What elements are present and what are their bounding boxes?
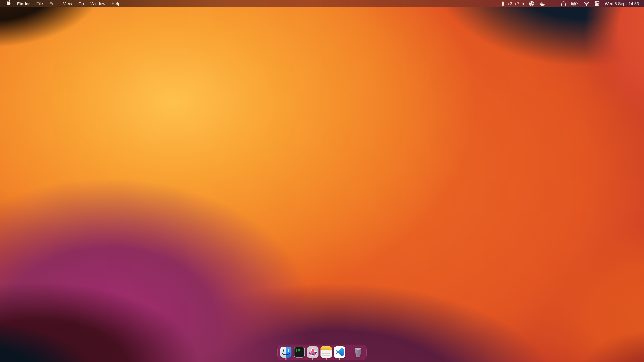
headphones-icon (561, 1, 566, 6)
status-wifi[interactable] (584, 0, 589, 7)
running-indicator (339, 358, 340, 360)
apple-logo-icon (6, 0, 11, 7)
menu-bar-status-area: in 3 h 7 m (502, 0, 639, 7)
status-focus-mode[interactable] (550, 0, 556, 7)
power-circle-icon (529, 1, 534, 6)
vscode-icon (334, 347, 345, 358)
clock-date: Wed 6 Sep (605, 0, 626, 7)
menu-app-name[interactable]: Finder (14, 0, 33, 7)
status-control-center[interactable] (594, 0, 600, 7)
dock-item-finder[interactable] (280, 347, 292, 358)
battery-charging-icon (571, 2, 578, 6)
clock-time: 14:53 (628, 0, 639, 7)
dock-item-arc[interactable] (307, 347, 318, 358)
notes-icon (320, 347, 332, 358)
desktop: Finder File Edit View Go Window Help in … (0, 0, 644, 362)
apple-menu[interactable] (5, 0, 14, 7)
status-headphones[interactable] (561, 0, 566, 7)
timer-bar-icon (502, 1, 504, 6)
timer-label: in 3 h 7 m (506, 0, 524, 7)
menu-help[interactable]: Help (108, 0, 124, 7)
dock-item-terminal[interactable]: $ (294, 347, 305, 358)
menu-go[interactable]: Go (75, 0, 87, 7)
dock-item-vscode[interactable] (334, 347, 345, 358)
menu-window[interactable]: Window (87, 0, 108, 7)
dock-container: $ (0, 345, 644, 360)
desktop-wallpaper (0, 0, 644, 362)
running-indicator (312, 358, 314, 360)
menu-bar-left: Finder File Edit View Go Window Help (5, 0, 124, 7)
arc-browser-icon (307, 347, 318, 358)
dock-item-trash[interactable] (352, 347, 364, 358)
docker-whale-icon (539, 1, 546, 6)
finder-icon (280, 347, 292, 358)
status-battery[interactable] (571, 0, 578, 7)
status-timer[interactable]: in 3 h 7 m (502, 0, 524, 7)
control-center-icon (594, 1, 600, 6)
dock-item-notes[interactable] (320, 347, 332, 358)
dock: $ (278, 345, 366, 360)
status-power-circle[interactable] (529, 0, 534, 7)
status-docker[interactable] (539, 0, 546, 7)
trash-icon (352, 347, 364, 358)
menu-file[interactable]: File (33, 0, 46, 7)
menu-bar: Finder File Edit View Go Window Help in … (0, 0, 644, 7)
running-indicator (326, 358, 327, 360)
menu-edit[interactable]: Edit (46, 0, 60, 7)
running-indicator (285, 358, 286, 360)
terminal-icon: $ (294, 347, 305, 358)
svg-text:$: $ (296, 348, 297, 352)
menu-view[interactable]: View (60, 0, 75, 7)
moon-focus-icon (550, 1, 556, 6)
dock-separator (349, 347, 349, 357)
menu-bar-clock[interactable]: Wed 6 Sep 14:53 (605, 0, 639, 7)
wifi-icon (584, 1, 589, 6)
